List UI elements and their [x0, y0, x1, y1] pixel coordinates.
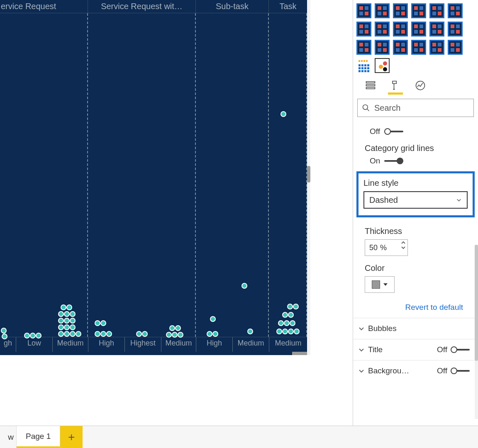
- data-point-dot[interactable]: [290, 320, 295, 326]
- data-point-dot[interactable]: [169, 325, 175, 331]
- data-point-dot[interactable]: [136, 331, 142, 337]
- data-point-dot[interactable]: [207, 331, 212, 337]
- data-point-dot[interactable]: [247, 329, 253, 334]
- stepper-down-icon[interactable]: [401, 246, 406, 250]
- add-page-button[interactable]: +: [60, 426, 83, 448]
- data-point-dot[interactable]: [76, 331, 81, 337]
- color-dropdown[interactable]: [365, 276, 395, 293]
- page-tab-page1[interactable]: Page 1: [17, 426, 60, 448]
- pane-vertical-scrollbar[interactable]: [475, 245, 478, 419]
- visualization-type-button[interactable]: [429, 3, 444, 18]
- data-point-dot[interactable]: [276, 329, 282, 334]
- data-point-dot[interactable]: [70, 311, 76, 317]
- data-point-dot[interactable]: [106, 331, 112, 337]
- data-point-dot[interactable]: [70, 324, 76, 330]
- visualization-type-button[interactable]: [356, 58, 371, 73]
- data-point-dot[interactable]: [30, 333, 36, 338]
- data-point-dot[interactable]: [95, 331, 100, 337]
- data-point-dot[interactable]: [36, 333, 41, 338]
- analytics-tab[interactable]: [413, 78, 428, 93]
- visualization-type-button[interactable]: [411, 22, 426, 37]
- data-point-dot[interactable]: [61, 304, 66, 310]
- visualization-type-button[interactable]: [411, 3, 426, 18]
- visualization-type-button[interactable]: [375, 3, 390, 18]
- format-tab[interactable]: [388, 78, 403, 93]
- data-point-dot[interactable]: [58, 311, 64, 317]
- data-point-dot[interactable]: [64, 318, 70, 324]
- data-point-dot[interactable]: [282, 329, 288, 334]
- data-point-dot[interactable]: [64, 311, 70, 317]
- previous-setting-toggle[interactable]: Off: [365, 127, 470, 136]
- toggle-switch[interactable]: [451, 346, 470, 354]
- scrollbar-thumb[interactable]: [292, 352, 307, 355]
- data-point-dot[interactable]: [294, 329, 300, 334]
- line-style-dropdown[interactable]: Dashed: [363, 191, 468, 209]
- category-grid-lines-toggle[interactable]: On: [365, 156, 470, 166]
- scrollbar-thumb[interactable]: [307, 166, 310, 183]
- stepper-up-icon[interactable]: [401, 241, 406, 245]
- data-point-dot[interactable]: [287, 304, 293, 309]
- data-point-dot[interactable]: [64, 331, 70, 337]
- visual-vertical-scrollbar[interactable]: [307, 0, 310, 355]
- visualization-type-button[interactable]: [393, 22, 408, 37]
- report-canvas[interactable]: ervice RequestService Request wit…Sub-ta…: [0, 0, 324, 426]
- data-point-dot[interactable]: [284, 320, 290, 326]
- dot-plot-visual[interactable]: ervice RequestService Request wit…Sub-ta…: [0, 0, 307, 355]
- data-point-dot[interactable]: [210, 316, 216, 322]
- scrollbar-thumb[interactable]: [475, 245, 478, 361]
- visualization-type-button[interactable]: [393, 40, 408, 55]
- visualization-type-button[interactable]: [375, 22, 390, 37]
- data-point-dot[interactable]: [58, 318, 64, 324]
- data-point-dot[interactable]: [66, 304, 72, 310]
- toggle-switch[interactable]: [451, 367, 470, 375]
- visualization-type-button[interactable]: [375, 40, 390, 55]
- data-point-dot[interactable]: [288, 329, 294, 334]
- visual-horizontal-scrollbar[interactable]: [0, 352, 307, 355]
- title-accordion[interactable]: Title Off: [353, 339, 478, 360]
- data-point-dot[interactable]: [64, 324, 70, 330]
- visualization-type-button[interactable]: [393, 3, 408, 18]
- visualization-type-button[interactable]: [429, 40, 444, 55]
- data-point-dot[interactable]: [24, 333, 30, 338]
- data-point-dot[interactable]: [95, 320, 100, 326]
- data-point-dot[interactable]: [70, 331, 76, 337]
- data-point-dot[interactable]: [172, 332, 178, 338]
- data-point-dot[interactable]: [241, 283, 247, 289]
- data-point-dot[interactable]: [288, 312, 294, 318]
- page-tab[interactable]: w: [0, 426, 17, 448]
- revert-to-default-link[interactable]: Revert to default: [353, 293, 478, 318]
- fields-tab[interactable]: [363, 78, 378, 93]
- format-search-input[interactable]: Search: [357, 99, 474, 117]
- toggle-switch[interactable]: [384, 127, 403, 136]
- visualization-type-button[interactable]: [411, 40, 426, 55]
- visualization-type-button[interactable]: [375, 58, 390, 73]
- data-point-dot[interactable]: [293, 304, 299, 309]
- data-point-dot[interactable]: [282, 312, 288, 318]
- thickness-stepper[interactable]: 50 %: [365, 239, 408, 256]
- bubbles-accordion[interactable]: Bubbles: [353, 318, 478, 339]
- visualization-type-button[interactable]: [448, 40, 463, 55]
- data-point-dot[interactable]: [280, 111, 286, 117]
- visualization-type-button[interactable]: [429, 22, 444, 37]
- data-point-dot[interactable]: [166, 332, 172, 338]
- data-point-dot[interactable]: [175, 325, 181, 331]
- data-point-dot[interactable]: [212, 331, 218, 337]
- data-point-dot[interactable]: [70, 318, 76, 324]
- toggle-switch[interactable]: [384, 157, 403, 165]
- data-point-dot[interactable]: [58, 331, 64, 337]
- visualization-type-button[interactable]: [448, 3, 463, 18]
- chevron-down-icon: [456, 197, 462, 203]
- data-point-dot[interactable]: [1, 328, 7, 334]
- data-point-dot[interactable]: [100, 320, 106, 326]
- data-point-dot[interactable]: [278, 320, 284, 326]
- background-accordion[interactable]: Backgrou… Off: [353, 360, 478, 381]
- data-point-dot[interactable]: [2, 334, 7, 339]
- visualization-type-button[interactable]: [356, 22, 371, 37]
- data-point-dot[interactable]: [142, 331, 148, 337]
- visualization-type-button[interactable]: [448, 22, 463, 37]
- data-point-dot[interactable]: [100, 331, 106, 337]
- data-point-dot[interactable]: [178, 332, 183, 338]
- data-point-dot[interactable]: [58, 324, 64, 330]
- visualization-type-button[interactable]: [356, 40, 371, 55]
- visualization-type-button[interactable]: [356, 3, 371, 18]
